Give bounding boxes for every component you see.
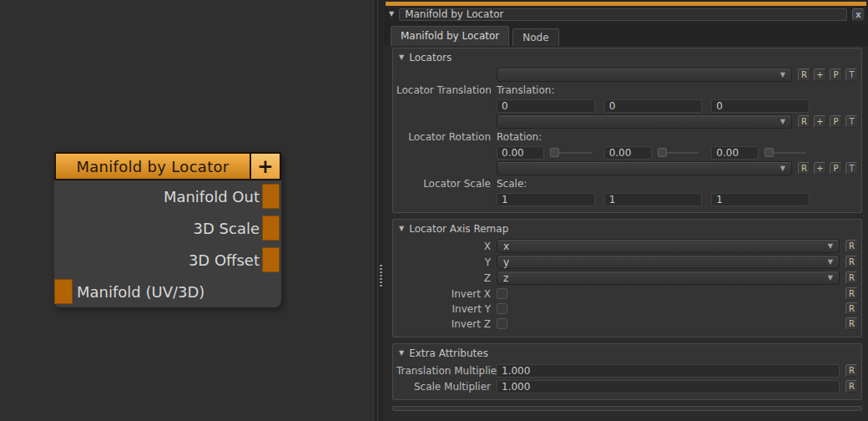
parameters-panel: ▼ Manifold by Locator x Manifold by Loca… [384,0,868,421]
node-manifold-by-locator[interactable]: Manifold by Locator + Manifold Out 3D Sc… [54,152,281,307]
translation-multiplier-field[interactable]: 1.000 [497,364,840,378]
invert-x-checkbox[interactable] [497,288,507,299]
group-title-label: Extra Attributes [409,347,488,359]
target-button[interactable]: T [845,115,858,128]
scale-y-field[interactable]: 1 [604,193,703,206]
param-label: Scale Multiplier [396,381,497,393]
collapse-arrow-icon[interactable]: ▼ [389,11,394,18]
node-graph-pane[interactable]: Manifold by Locator + Manifold Out 3D Sc… [0,0,373,421]
row-axis-y: Y y ▼ R [396,255,858,269]
slider-handle[interactable] [550,148,559,157]
pick-button[interactable]: P [830,68,842,81]
scale-x-field[interactable]: 1 [497,193,595,206]
group-locators-title[interactable]: ▼ Locators [396,50,858,66]
rotation-x-field[interactable]: 0.00 [497,146,544,160]
collapse-arrow-icon: ▼ [399,54,404,61]
reset-button[interactable]: R [845,302,858,315]
caption-translation: Translation: [497,84,554,96]
slider-track [667,152,699,154]
tab-manifold-by-locator[interactable]: Manifold by Locator [391,26,509,46]
param-label: Invert X [396,288,497,300]
param-label: Locator Translation [396,84,497,96]
node-header[interactable]: Manifold by Locator + [54,152,281,180]
dropdown-value: y [503,256,509,268]
scale-z-field[interactable]: 1 [711,193,810,206]
dropdown-arrow-icon: ▼ [828,274,833,282]
port-label: 3D Scale [194,220,260,237]
dropdown-arrow-icon: ▼ [780,118,785,125]
pane-splitter[interactable] [373,0,384,421]
add-button[interactable]: + [814,162,826,175]
rotation-y-slider[interactable] [658,148,699,157]
node-name-field[interactable]: Manifold by Locator [399,8,847,21]
param-label: Locator Rotation [396,131,497,143]
dropdown-arrow-icon: ▼ [828,242,833,250]
slider-handle[interactable] [658,148,667,157]
axis-z-dropdown[interactable]: z ▼ [497,271,840,285]
port-manifold-uv3d[interactable] [54,279,73,304]
target-button[interactable]: T [845,162,858,175]
port-label: 3D Offset [189,251,260,269]
param-label: Z [396,272,497,284]
port-3d-scale[interactable] [262,216,280,241]
translation-z-field[interactable]: 0 [711,99,810,113]
pick-button[interactable]: P [830,115,842,128]
splitter-grip[interactable] [380,265,382,287]
node-body[interactable]: Manifold Out 3D Scale 3D Offset Manifold… [54,180,281,307]
invert-y-checkbox[interactable] [497,303,507,314]
row-translation-multiplier: Translation Multiplier 1.000 R [396,363,858,378]
group-axis-remap-title[interactable]: ▼ Locator Axis Remap [396,221,858,237]
tab-node[interactable]: Node [512,28,558,46]
group-title-label: Locator Axis Remap [409,223,508,235]
tab-bar: Manifold by Locator Node [384,22,868,46]
port-manifold-out[interactable] [262,184,280,209]
invert-z-checkbox[interactable] [497,318,507,329]
row-locator-translation-caption: Locator Translation Translation: [396,84,858,96]
param-label: X [396,241,497,252]
target-button[interactable]: T [845,68,858,81]
reset-button[interactable]: R [845,271,858,284]
add-button[interactable]: + [814,68,826,81]
reset-button[interactable]: R [845,240,858,252]
add-button[interactable]: + [814,115,826,128]
rotation-z-field[interactable]: 0.00 [711,146,759,160]
dropdown-value: z [503,272,508,284]
axis-x-dropdown[interactable]: x ▼ [497,239,840,253]
locator-scale-dropdown[interactable]: ▼ [497,161,792,175]
pick-button[interactable]: P [830,162,842,175]
translation-y-field[interactable]: 0 [604,99,703,113]
reset-button[interactable]: R [845,287,858,300]
axis-y-dropdown[interactable]: y ▼ [497,255,840,269]
reset-button[interactable]: R [798,115,810,128]
reset-button[interactable]: R [845,364,858,377]
reset-button[interactable]: R [845,256,858,268]
reset-button[interactable]: R [798,68,810,81]
close-button[interactable]: x [852,8,865,21]
row-locator-translation-values: 0 0 0 [396,99,858,113]
locator-rotation-dropdown[interactable]: ▼ [497,114,792,129]
reset-button[interactable]: R [845,380,858,393]
port-3d-offset[interactable] [262,247,280,272]
node-output-row: 3D Scale [54,212,281,244]
rotation-y-field[interactable]: 0.00 [604,146,652,160]
dropdown-arrow-icon: ▼ [780,71,785,79]
node-title[interactable]: Manifold by Locator [56,154,250,179]
node-output-row: 3D Offset [54,244,281,276]
param-label: Locator Scale [396,178,497,190]
scale-multiplier-field[interactable]: 1.000 [497,380,840,393]
reset-button[interactable]: R [798,162,810,175]
node-add-button[interactable]: + [250,154,280,179]
locator-translation-dropdown[interactable]: ▼ [497,68,792,82]
group-extra-attributes-title[interactable]: ▼ Extra Attributes [396,346,858,362]
rotation-z-slider[interactable] [765,148,806,157]
group-clipped [392,406,862,411]
row-locator-rotation-values: 0.00 0.00 0.00 [396,145,858,160]
param-label: Translation Multiplier [396,365,497,377]
rotation-x-slider[interactable] [550,148,592,157]
slider-handle[interactable] [765,148,774,157]
reset-button[interactable]: R [845,317,858,330]
port-label: Manifold (UV/3D) [77,283,204,301]
translation-x-field[interactable]: 0 [497,99,595,113]
node-input-row: Manifold (UV/3D) [54,276,281,307]
row-invert-y: Invert Y R [396,302,858,315]
